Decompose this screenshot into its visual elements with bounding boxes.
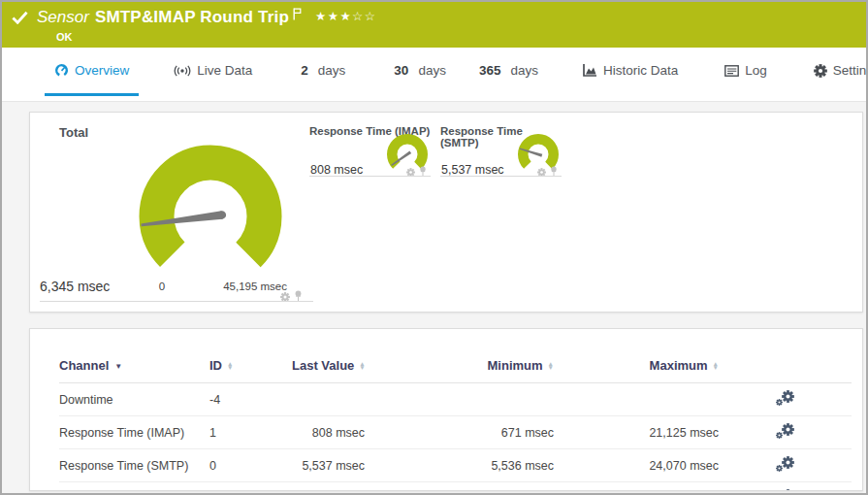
- channel-minimum: [365, 383, 554, 416]
- channel-minimum: 5,536 msec: [365, 449, 554, 482]
- total-gauge: [137, 143, 284, 273]
- gauge-current-value: 808 msec: [310, 163, 363, 177]
- channel-maximum: 24,070 msec: [554, 449, 719, 482]
- channel-last-value: 808 msec: [292, 416, 365, 449]
- column-header-id[interactable]: ID▲▼: [209, 358, 292, 383]
- channel-last-value: 6,345 msec: [292, 482, 365, 492]
- divider: [40, 301, 313, 302]
- gauge-current-value: 5,537 msec: [441, 163, 504, 177]
- sensor-header: Sensor SMTP&IMAP Round Trip ★★★☆☆ OK: [2, 2, 866, 48]
- channel-id: 0: [209, 449, 292, 482]
- channel-last-value: [292, 383, 365, 416]
- column-header-minimum[interactable]: Minimum▲▼: [365, 358, 554, 383]
- tab-label: days: [510, 63, 538, 78]
- table-row-response-time-imap: Response Time (IMAP) 1 808 msec 671 msec…: [59, 416, 852, 449]
- sort-icon: ▲▼: [227, 362, 233, 371]
- gauge-min-label: 0: [150, 280, 174, 292]
- area-chart-icon: [583, 64, 597, 77]
- tab-label: days: [418, 63, 446, 78]
- column-header-channel[interactable]: Channel▼: [59, 358, 209, 383]
- tab-label: days: [318, 63, 346, 78]
- sensor-title: SMTP&IMAP Round Trip: [95, 8, 289, 27]
- divider: [440, 176, 562, 177]
- smtp-gauge-block: Response Time (SMTP) 5,537 msec: [440, 125, 562, 182]
- column-header-actions: [719, 358, 852, 383]
- tab-label: Settings: [833, 63, 868, 78]
- gauge-current-value: 6,345 msec: [40, 279, 110, 294]
- tab-label: Overview: [75, 63, 129, 78]
- channels-table: Channel▼ ID▲▼ Last Value▲▼ Minimum▲▼ Max…: [59, 358, 852, 491]
- column-header-last-value[interactable]: Last Value▲▼: [292, 358, 365, 383]
- channel-minimum: 671 msec: [365, 482, 554, 492]
- rating-stars[interactable]: ★★★☆☆: [315, 9, 377, 23]
- channel-name[interactable]: Total: [59, 482, 209, 492]
- prtg-sensor-page: Sensor SMTP&IMAP Round Trip ★★★☆☆ OK Ove…: [0, 0, 868, 495]
- table-row-downtime: Downtime -4: [59, 383, 852, 416]
- channel-minimum: 671 msec: [365, 416, 554, 449]
- gauge-icon: [54, 63, 69, 78]
- status-ok-check-icon: [12, 11, 28, 28]
- gauge-max-label: 45,195 msec: [205, 280, 287, 292]
- channel-name[interactable]: Response Time (IMAP): [59, 416, 209, 449]
- channel-settings-gears-icon[interactable]: [776, 390, 794, 407]
- sort-icon: ▲▼: [548, 362, 554, 371]
- tab-label: Historic Data: [603, 63, 678, 78]
- channel-maximum: 21,125 msec: [554, 416, 719, 449]
- tab-log[interactable]: Log: [715, 48, 777, 96]
- tab-bar: Overview Live Data 2 days 30 days 365: [2, 48, 866, 102]
- channel-last-value: 5,537 msec: [292, 449, 365, 482]
- table-row-total: Total -1 6,345 msec 671 msec 45,195 msec: [59, 482, 852, 492]
- channel-settings-gears-icon[interactable]: [776, 489, 794, 491]
- table-row-response-time-smtp: Response Time (SMTP) 0 5,537 msec 5,536 …: [59, 449, 852, 482]
- channel-settings-gears-icon[interactable]: [776, 423, 794, 440]
- sensor-type-label: Sensor: [37, 8, 89, 27]
- gauge-title: Total: [59, 125, 88, 140]
- tab-label: Live Data: [197, 63, 252, 78]
- imap-gauge-block: Response Time (IMAP) 808 msec: [309, 125, 431, 182]
- flag-icon[interactable]: [293, 7, 302, 24]
- status-badge: OK: [56, 31, 856, 43]
- tab-30-days[interactable]: 30 days: [384, 48, 456, 96]
- channel-id: 1: [209, 416, 292, 449]
- channel-maximum: 45,195 msec: [554, 482, 719, 492]
- channels-table-panel: Channel▼ ID▲▼ Last Value▲▼ Minimum▲▼ Max…: [29, 328, 863, 491]
- column-header-maximum[interactable]: Maximum▲▼: [554, 358, 719, 383]
- tab-label: Log: [745, 63, 767, 78]
- channel-id: -4: [209, 383, 292, 416]
- content-area: Total 6,345 msec 0 45,195 msec: [2, 102, 866, 491]
- tab-overview[interactable]: Overview: [45, 48, 139, 96]
- gauges-panel: Total 6,345 msec 0 45,195 msec: [29, 112, 863, 313]
- channel-maximum: [554, 383, 719, 416]
- sort-icon: ▲▼: [713, 362, 719, 371]
- tab-live-data[interactable]: Live Data: [164, 48, 262, 96]
- sort-icon: ▲▼: [359, 362, 365, 371]
- tab-settings[interactable]: Settings: [804, 48, 868, 96]
- channel-name[interactable]: Downtime: [59, 383, 209, 416]
- channel-id: -1: [209, 482, 292, 492]
- divider: [309, 176, 431, 177]
- tab-365-days[interactable]: 365 days: [469, 48, 548, 96]
- log-list-icon: [724, 65, 739, 77]
- tab-2-days[interactable]: 2 days: [291, 48, 355, 96]
- tab-historic-data[interactable]: Historic Data: [573, 48, 688, 96]
- channel-name[interactable]: Response Time (SMTP): [59, 449, 209, 482]
- sort-desc-icon: ▼: [114, 362, 122, 371]
- table-header-row: Channel▼ ID▲▼ Last Value▲▼ Minimum▲▼ Max…: [59, 358, 852, 383]
- gear-icon: [814, 64, 827, 78]
- channel-settings-gears-icon[interactable]: [776, 456, 794, 473]
- live-signal-icon: [174, 65, 191, 77]
